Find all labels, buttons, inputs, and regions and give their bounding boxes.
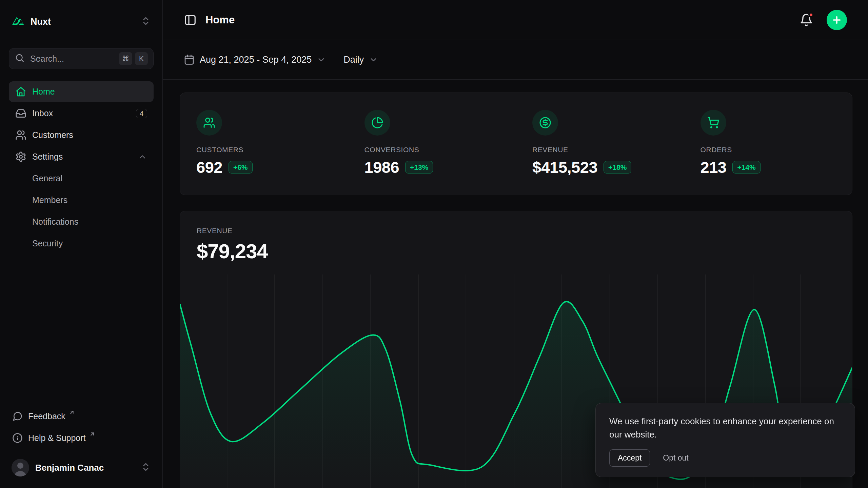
search-shortcut: ⌘ K [119,52,148,65]
stat-label: CONVERSIONS [364,146,500,154]
inbox-count-badge: 4 [136,109,147,118]
sidebar-item-customers[interactable]: Customers [9,125,154,145]
plus-icon [831,15,842,25]
stat-label: ORDERS [701,146,836,154]
message-bubble-icon [12,411,23,422]
stat-value: $415,523 [532,158,597,177]
cookie-consent-toast: We use first-party cookies to enhance yo… [595,403,855,477]
search-placeholder: Search... [30,54,64,64]
users-icon [196,110,222,136]
stat-delta-badge: +6% [229,161,253,174]
calendar-icon [184,54,195,65]
user-name: Benjamin Canac [35,463,104,473]
sidebar-subitem-members[interactable]: Members [9,190,154,210]
sidebar-toggle-button[interactable] [184,14,197,26]
sidebar-subitem-security[interactable]: Security [9,233,154,254]
revenue-chart-label: REVENUE [197,227,835,235]
info-circle-icon [12,433,23,443]
date-range-picker[interactable]: Aug 21, 2025 - Sep 4, 2025 [184,54,326,65]
sidebar-item-label: Home [32,87,55,97]
workspace-switcher[interactable]: Nuxt [9,12,154,32]
user-menu[interactable]: Benjamin Canac [9,457,154,479]
stat-value: 213 [701,158,727,177]
sidebar: Nuxt Search... ⌘ K Home [0,0,163,488]
stat-delta-badge: +13% [405,161,433,174]
sidebar-item-label: Inbox [32,108,53,118]
feedback-label: Feedback [28,411,65,421]
chevron-down-icon [317,55,326,64]
external-link-icon [69,409,75,415]
stat-value: 1986 [364,158,399,177]
stat-customers[interactable]: CUSTOMERS 692 +6% [180,93,348,195]
search-icon [15,53,25,64]
page-title: Home [205,14,235,26]
stat-conversions[interactable]: CONVERSIONS 1986 +13% [348,93,516,195]
help-support-link[interactable]: Help & Support [9,428,154,448]
inbox-icon [15,108,26,119]
dollar-circle-icon [532,110,558,136]
chevrons-up-down-icon [141,16,151,27]
users-icon [15,129,26,141]
chevrons-up-down-icon [141,462,151,473]
sidebar-subitem-notifications[interactable]: Notifications [9,211,154,232]
avatar [12,459,29,476]
stat-delta-badge: +18% [604,161,631,174]
chevron-up-icon [138,152,147,162]
stat-revenue[interactable]: REVENUE $415,523 +18% [516,93,684,195]
notification-dot [808,12,814,18]
sidebar-item-settings[interactable]: Settings [9,146,154,167]
sidebar-item-label: Settings [32,152,63,162]
optout-cookies-button[interactable]: Opt out [663,453,688,463]
sidebar-item-inbox[interactable]: Inbox 4 [9,103,154,124]
sidebar-nav: Home Inbox 4 Customers Settings [9,81,154,406]
stat-value: 692 [196,158,222,177]
gear-icon [15,151,26,162]
feedback-link[interactable]: Feedback [9,406,154,426]
house-icon [15,86,26,97]
filters-toolbar: Aug 21, 2025 - Sep 4, 2025 Daily [163,40,868,80]
sidebar-item-label: Customers [32,130,73,140]
sidebar-item-home[interactable]: Home [9,81,154,102]
search-input[interactable]: Search... ⌘ K [9,48,154,69]
nuxt-logo-icon [12,14,25,29]
accept-cookies-button[interactable]: Accept [609,449,650,467]
add-button[interactable] [827,10,847,30]
granularity-select[interactable]: Daily [343,55,378,65]
stat-orders[interactable]: ORDERS 213 +14% [684,93,852,195]
date-range-label: Aug 21, 2025 - Sep 4, 2025 [200,55,312,65]
stat-delta-badge: +14% [732,161,760,174]
workspace-name: Nuxt [31,17,51,27]
granularity-label: Daily [343,55,364,65]
k-key: K [135,52,148,65]
notifications-button[interactable] [800,13,813,27]
stat-label: REVENUE [532,146,668,154]
stat-label: CUSTOMERS [196,146,332,154]
sidebar-footer-links: Feedback Help & Support [9,406,154,448]
help-support-label: Help & Support [28,433,86,443]
chevron-down-icon [369,55,378,64]
sidebar-subitem-general[interactable]: General [9,168,154,189]
stats-row: CUSTOMERS 692 +6% CONVERSIONS 1986 +13% [180,93,852,195]
revenue-chart-value: $79,234 [197,240,835,263]
cookie-message: We use first-party cookies to enhance yo… [609,415,841,441]
pie-chart-icon [364,110,390,136]
cmd-key: ⌘ [119,52,132,65]
page-header: Home [163,0,868,40]
external-link-icon [89,431,95,437]
cart-icon [701,110,726,136]
header-actions [800,10,847,30]
